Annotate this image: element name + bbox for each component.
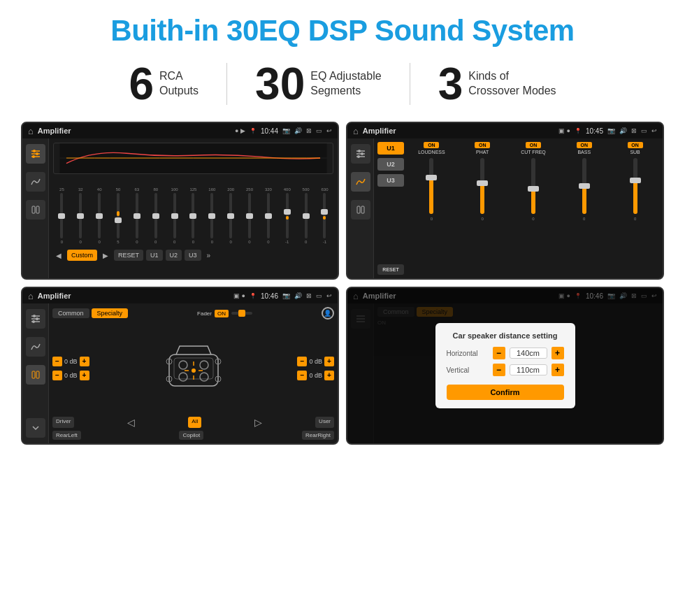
crossover-on-0[interactable]: ON bbox=[424, 142, 439, 148]
speaker-side-expand-btn[interactable] bbox=[26, 418, 45, 438]
dialog-horizontal-minus[interactable]: − bbox=[493, 347, 505, 359]
speaker-db-row-3: − 0 dB + bbox=[297, 357, 334, 366]
speaker-side-btn-1[interactable] bbox=[26, 309, 45, 329]
eq-thumb-630[interactable] bbox=[321, 209, 328, 215]
eq-u3-btn[interactable]: U3 bbox=[185, 250, 201, 261]
eq-u2-btn[interactable]: U2 bbox=[166, 250, 182, 261]
speaker-home-icon[interactable]: ⌂ bbox=[28, 291, 34, 301]
eq-thumb-32[interactable] bbox=[77, 213, 84, 219]
eq-back-icon[interactable]: ↩ bbox=[326, 127, 332, 134]
dialog-horizontal-plus[interactable]: + bbox=[551, 347, 564, 359]
arrow-left-icon[interactable]: ◁ bbox=[127, 417, 135, 428]
crossover-u2-btn[interactable]: U2 bbox=[377, 158, 404, 171]
eq-thumb-500[interactable] bbox=[303, 213, 310, 219]
speaker-plus-4[interactable]: + bbox=[324, 371, 334, 380]
crossover-track-0[interactable] bbox=[429, 158, 433, 214]
all-btn[interactable]: All bbox=[188, 417, 201, 428]
eq-next-btn[interactable]: ▶ bbox=[100, 250, 111, 261]
eq-track-200[interactable] bbox=[229, 193, 232, 238]
speaker-plus-1[interactable]: + bbox=[80, 357, 89, 366]
eq-track-400[interactable] bbox=[286, 193, 289, 238]
eq-side-btn-3[interactable] bbox=[26, 200, 45, 220]
speaker-right-controls: − 0 dB + − 0 dB + bbox=[297, 322, 334, 414]
crossover-on-2[interactable]: ON bbox=[526, 142, 541, 148]
crossover-on-4[interactable]: ON bbox=[628, 142, 643, 148]
eq-thumb-160[interactable] bbox=[208, 213, 215, 219]
crossover-section-CUT FREQ: ON CUT FREQ 0 bbox=[510, 142, 558, 275]
crossover-u1-btn[interactable]: U1 bbox=[377, 142, 404, 155]
eq-track-63[interactable] bbox=[136, 193, 138, 238]
dialog-confirm-btn[interactable]: Confirm bbox=[447, 385, 564, 400]
copilot-btn[interactable]: Copilot bbox=[179, 431, 203, 440]
eq-prev-btn[interactable]: ◀ bbox=[53, 250, 64, 261]
eq-custom-btn[interactable]: Custom bbox=[67, 250, 97, 261]
speaker-person-icon[interactable]: 👤 bbox=[322, 307, 334, 320]
speaker-common-tab[interactable]: Common bbox=[52, 308, 89, 318]
speaker-plus-2[interactable]: + bbox=[80, 371, 89, 380]
eq-thumb-250[interactable] bbox=[246, 213, 253, 219]
eq-track-80[interactable] bbox=[154, 193, 157, 238]
eq-thumb-125[interactable] bbox=[189, 213, 196, 219]
crossover-track-1[interactable] bbox=[480, 158, 484, 214]
eq-track-32[interactable] bbox=[79, 193, 82, 238]
speaker-side-btn-3[interactable] bbox=[26, 365, 45, 385]
speaker-fader-on[interactable]: ON bbox=[215, 310, 229, 317]
speaker-back-icon[interactable]: ↩ bbox=[326, 292, 332, 299]
user-btn[interactable]: User bbox=[315, 417, 334, 428]
speaker-specialty-tab[interactable]: Specialty bbox=[92, 308, 129, 318]
eq-track-25[interactable] bbox=[60, 193, 63, 238]
eq-thumb-40[interactable] bbox=[96, 213, 103, 219]
eq-track-630[interactable] bbox=[323, 193, 326, 238]
speaker-minus-1[interactable]: − bbox=[52, 357, 62, 366]
crossover-track-3[interactable] bbox=[582, 158, 586, 214]
speaker-side-btn-2[interactable] bbox=[26, 337, 45, 357]
eq-freq-50: 50 bbox=[116, 187, 121, 192]
eq-track-50[interactable] bbox=[117, 193, 120, 238]
speaker-plus-3[interactable]: + bbox=[324, 357, 334, 366]
crossover-on-3[interactable]: ON bbox=[577, 142, 592, 148]
crossover-track-4[interactable] bbox=[633, 158, 637, 214]
crossover-track-2[interactable] bbox=[531, 158, 535, 214]
eq-thumb-320[interactable] bbox=[265, 213, 272, 219]
eq-track-250[interactable] bbox=[248, 193, 251, 238]
eq-thumb-200[interactable] bbox=[227, 213, 234, 219]
driver-btn[interactable]: Driver bbox=[52, 417, 74, 428]
crossover-on-1[interactable]: ON bbox=[475, 142, 490, 148]
eq-track-100[interactable] bbox=[173, 193, 176, 238]
eq-reset-btn[interactable]: RESET bbox=[114, 250, 143, 261]
eq-thumb-80[interactable] bbox=[152, 213, 159, 219]
eq-track-500[interactable] bbox=[305, 193, 308, 238]
speaker-minus-3[interactable]: − bbox=[297, 357, 307, 366]
eq-thumb-25[interactable] bbox=[58, 213, 65, 219]
speaker-minus-4[interactable]: − bbox=[297, 371, 307, 380]
eq-thumb-63[interactable] bbox=[134, 213, 140, 219]
eq-track-160[interactable] bbox=[210, 193, 213, 238]
crossover-reset-btn[interactable]: RESET bbox=[377, 264, 404, 275]
eq-thumb-400[interactable] bbox=[284, 209, 291, 215]
crossover-u3-btn[interactable]: U3 bbox=[377, 174, 404, 187]
dialog-vertical-minus[interactable]: − bbox=[493, 364, 505, 376]
home-icon[interactable]: ⌂ bbox=[28, 126, 34, 136]
eq-side-btn-1[interactable] bbox=[26, 144, 45, 164]
speaker-fader-track[interactable] bbox=[231, 312, 252, 315]
eq-track-125[interactable] bbox=[192, 193, 194, 238]
speaker-status-bar: ⌂ Amplifier ▣ ● 📍 10:46 📷 🔊 ⊠ ▭ ↩ bbox=[22, 288, 338, 303]
arrow-right-icon[interactable]: ▷ bbox=[254, 417, 262, 428]
crossover-home-icon[interactable]: ⌂ bbox=[353, 126, 359, 136]
speaker-minus-2[interactable]: − bbox=[52, 371, 62, 380]
rearright-btn[interactable]: RearRight bbox=[302, 431, 334, 440]
eq-thumb-100[interactable] bbox=[171, 213, 178, 219]
crossover-side-btn-1[interactable] bbox=[351, 144, 370, 164]
crossover-side-btn-3[interactable] bbox=[351, 200, 370, 220]
crossover-side-btn-2[interactable] bbox=[351, 172, 370, 192]
dialog-vertical-plus[interactable]: + bbox=[551, 364, 564, 376]
crossover-back-icon[interactable]: ↩ bbox=[651, 127, 657, 134]
eq-track-320[interactable] bbox=[267, 193, 270, 238]
rearleft-btn[interactable]: RearLeft bbox=[52, 431, 81, 440]
eq-thumb-50[interactable] bbox=[115, 217, 122, 223]
eq-side-btn-2[interactable] bbox=[26, 172, 45, 192]
eq-expand-btn[interactable]: » bbox=[204, 250, 214, 261]
eq-track-40[interactable] bbox=[98, 193, 101, 238]
speaker-fader-thumb bbox=[238, 310, 245, 317]
eq-u1-btn[interactable]: U1 bbox=[146, 250, 163, 261]
